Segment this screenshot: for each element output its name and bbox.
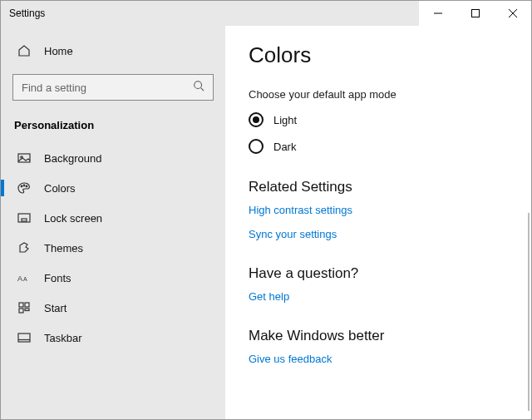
sidebar-item-background[interactable]: Background xyxy=(1,143,225,173)
sidebar-item-label: Start xyxy=(44,302,66,314)
svg-point-9 xyxy=(23,185,25,186)
svg-point-10 xyxy=(26,185,27,187)
sidebar-item-label: Lock screen xyxy=(44,212,102,225)
radio-dark[interactable]: Dark xyxy=(249,139,508,154)
page-title: Colors xyxy=(249,42,508,68)
link-sync-settings[interactable]: Sync your settings xyxy=(249,228,508,240)
radio-icon xyxy=(249,112,264,127)
svg-rect-1 xyxy=(471,10,479,17)
svg-point-4 xyxy=(195,82,202,89)
titlebar: Settings xyxy=(1,1,531,26)
sidebar-item-colors[interactable]: Colors xyxy=(1,173,225,203)
picture-icon xyxy=(14,151,34,165)
window-controls xyxy=(419,1,531,26)
radio-label: Dark xyxy=(273,141,296,153)
radio-label: Light xyxy=(273,114,297,126)
section-title-feedback: Make Windows better xyxy=(249,328,508,344)
palette-icon xyxy=(14,181,34,195)
sidebar-item-home[interactable]: Home xyxy=(1,36,225,66)
svg-rect-19 xyxy=(18,334,30,342)
link-give-feedback[interactable]: Give us feedback xyxy=(249,353,508,365)
sidebar-item-lockscreen[interactable]: Lock screen xyxy=(1,203,225,233)
svg-text:A: A xyxy=(23,276,27,282)
sidebar-item-label: Taskbar xyxy=(44,332,82,344)
svg-point-8 xyxy=(21,185,22,187)
svg-rect-6 xyxy=(18,154,30,162)
section-title-question: Have a question? xyxy=(249,265,508,282)
sidebar: Home Personalization Background Colors xyxy=(1,26,225,419)
section-title-related: Related Settings xyxy=(249,179,508,195)
search-icon xyxy=(193,80,204,95)
scrollbar[interactable] xyxy=(528,213,530,411)
search-box[interactable] xyxy=(12,74,214,101)
search-input[interactable] xyxy=(22,82,193,94)
sidebar-item-taskbar[interactable]: Taskbar xyxy=(1,323,225,353)
close-button[interactable] xyxy=(494,1,531,26)
svg-rect-12 xyxy=(22,219,27,221)
themes-icon xyxy=(14,241,34,254)
svg-rect-16 xyxy=(25,303,29,307)
main-content: Colors Choose your default app mode Ligh… xyxy=(225,26,531,419)
svg-text:A: A xyxy=(17,274,22,283)
taskbar-icon xyxy=(14,331,34,344)
sidebar-item-fonts[interactable]: AA Fonts xyxy=(1,263,225,293)
sidebar-item-label: Home xyxy=(44,45,73,57)
sidebar-item-label: Colors xyxy=(44,182,76,195)
start-icon xyxy=(14,301,34,314)
radio-light[interactable]: Light xyxy=(249,112,508,127)
svg-rect-15 xyxy=(19,303,23,307)
link-high-contrast[interactable]: High contrast settings xyxy=(249,204,508,216)
lockscreen-icon xyxy=(14,211,34,225)
minimize-button[interactable] xyxy=(419,1,456,26)
sidebar-item-start[interactable]: Start xyxy=(1,293,225,323)
radio-icon xyxy=(249,139,264,154)
mode-label: Choose your default app mode xyxy=(249,88,508,101)
sidebar-item-label: Background xyxy=(44,152,101,165)
sidebar-item-themes[interactable]: Themes xyxy=(1,233,225,263)
home-icon xyxy=(14,44,34,57)
maximize-button[interactable] xyxy=(456,1,494,26)
link-get-help[interactable]: Get help xyxy=(249,290,508,303)
category-header: Personalization xyxy=(1,114,225,143)
svg-line-5 xyxy=(201,88,204,91)
svg-rect-17 xyxy=(19,309,23,313)
svg-rect-18 xyxy=(25,309,29,311)
window-title: Settings xyxy=(9,7,45,19)
sidebar-item-label: Themes xyxy=(44,242,83,254)
sidebar-item-label: Fonts xyxy=(44,272,71,284)
fonts-icon: AA xyxy=(14,271,34,284)
